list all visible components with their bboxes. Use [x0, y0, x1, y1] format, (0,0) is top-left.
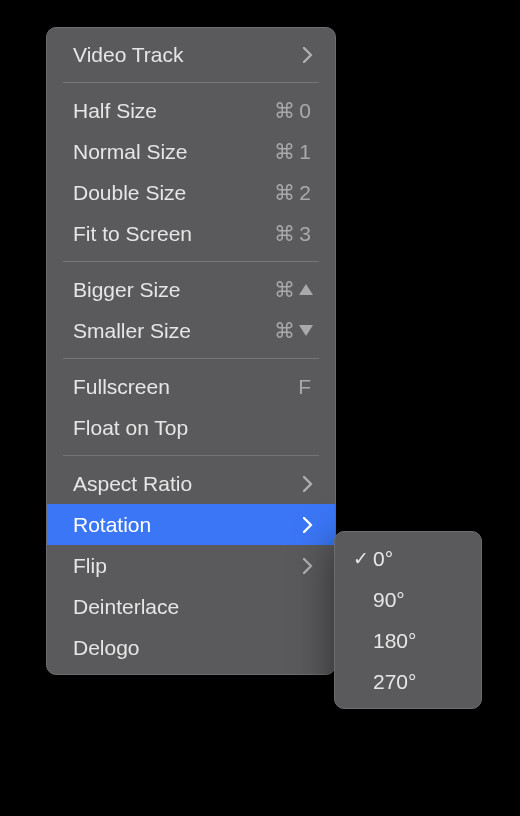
chevron-right-icon — [303, 517, 313, 533]
shortcut-key: 0 — [299, 99, 313, 123]
shortcut-modifier: ⌘ — [274, 319, 297, 343]
checkmark-icon: ✓ — [349, 547, 373, 570]
rotation-option-90[interactable]: 90° — [335, 579, 481, 620]
shortcut-modifier: ⌘ — [274, 99, 297, 123]
shortcut-key: 1 — [299, 140, 313, 164]
menu-item-delogo[interactable]: Delogo — [47, 627, 335, 668]
menu-item-half-size[interactable]: Half Size ⌘ 0 — [47, 90, 335, 131]
menu-item-flip[interactable]: Flip — [47, 545, 335, 586]
menu-item-bigger-size[interactable]: Bigger Size ⌘ — [47, 269, 335, 310]
menu-label: Aspect Ratio — [73, 472, 303, 496]
menu-label: Video Track — [73, 43, 303, 67]
shortcut-key: 3 — [299, 222, 313, 246]
menu-separator — [63, 82, 319, 83]
shortcut-modifier: ⌘ — [274, 222, 297, 246]
shortcut-key: 2 — [299, 181, 313, 205]
rotation-label: 270° — [373, 670, 459, 694]
rotation-label: 90° — [373, 588, 459, 612]
menu-label: Deinterlace — [73, 595, 313, 619]
rotation-submenu: ✓ 0° 90° 180° 270° — [334, 531, 482, 709]
shortcut-key: F — [298, 375, 313, 399]
chevron-right-icon — [303, 47, 313, 63]
menu-separator — [63, 358, 319, 359]
video-context-menu: Video Track Half Size ⌘ 0 Normal Size ⌘ … — [46, 27, 336, 675]
shortcut-modifier: ⌘ — [274, 140, 297, 164]
menu-item-aspect-ratio[interactable]: Aspect Ratio — [47, 463, 335, 504]
menu-label: Rotation — [73, 513, 303, 537]
menu-shortcut: ⌘ 3 — [274, 222, 313, 246]
menu-label: Smaller Size — [73, 319, 274, 343]
rotation-label: 0° — [373, 547, 459, 571]
menu-item-fit-to-screen[interactable]: Fit to Screen ⌘ 3 — [47, 213, 335, 254]
menu-label: Fit to Screen — [73, 222, 274, 246]
menu-shortcut: ⌘ 1 — [274, 140, 313, 164]
rotation-label: 180° — [373, 629, 459, 653]
rotation-option-180[interactable]: 180° — [335, 620, 481, 661]
rotation-option-270[interactable]: 270° — [335, 661, 481, 702]
chevron-right-icon — [303, 476, 313, 492]
menu-item-rotation[interactable]: Rotation — [47, 504, 335, 545]
menu-shortcut: F — [298, 375, 313, 399]
triangle-down-icon — [299, 325, 313, 336]
menu-item-double-size[interactable]: Double Size ⌘ 2 — [47, 172, 335, 213]
menu-item-fullscreen[interactable]: Fullscreen F — [47, 366, 335, 407]
menu-shortcut: ⌘ 2 — [274, 181, 313, 205]
shortcut-modifier: ⌘ — [274, 181, 297, 205]
menu-item-normal-size[interactable]: Normal Size ⌘ 1 — [47, 131, 335, 172]
menu-shortcut: ⌘ — [274, 278, 313, 302]
menu-label: Delogo — [73, 636, 313, 660]
menu-item-smaller-size[interactable]: Smaller Size ⌘ — [47, 310, 335, 351]
rotation-option-0[interactable]: ✓ 0° — [335, 538, 481, 579]
menu-label: Normal Size — [73, 140, 274, 164]
menu-item-video-track[interactable]: Video Track — [47, 34, 335, 75]
menu-shortcut: ⌘ 0 — [274, 99, 313, 123]
menu-label: Double Size — [73, 181, 274, 205]
menu-item-float-on-top[interactable]: Float on Top — [47, 407, 335, 448]
chevron-right-icon — [303, 558, 313, 574]
menu-label: Flip — [73, 554, 303, 578]
shortcut-modifier: ⌘ — [274, 278, 297, 302]
menu-label: Half Size — [73, 99, 274, 123]
menu-separator — [63, 455, 319, 456]
menu-label: Bigger Size — [73, 278, 274, 302]
menu-label: Fullscreen — [73, 375, 298, 399]
menu-shortcut: ⌘ — [274, 319, 313, 343]
menu-item-deinterlace[interactable]: Deinterlace — [47, 586, 335, 627]
menu-separator — [63, 261, 319, 262]
triangle-up-icon — [299, 284, 313, 295]
menu-label: Float on Top — [73, 416, 313, 440]
